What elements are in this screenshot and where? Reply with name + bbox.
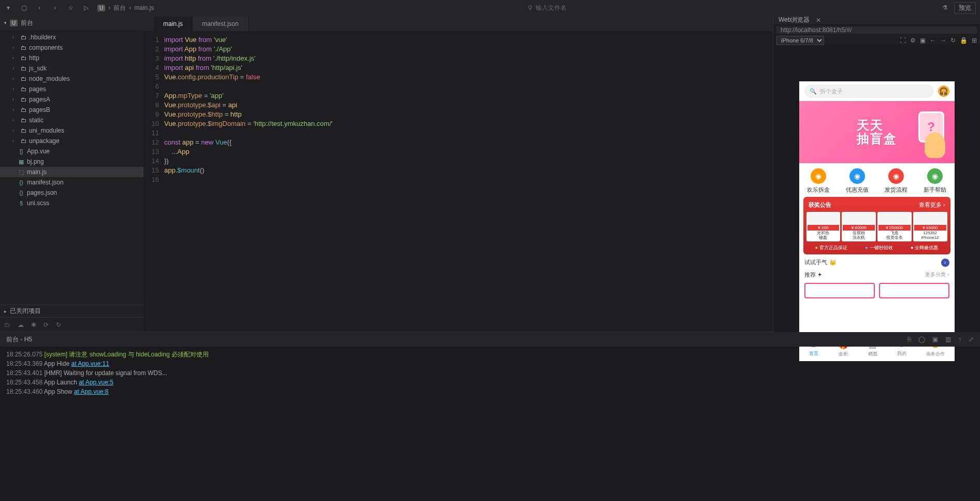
tree-folder[interactable]: ›🗀js_sdk <box>0 63 143 74</box>
console-split-icon[interactable]: ▥ <box>945 336 951 343</box>
grid-item[interactable]: ◉新手帮助 <box>924 168 946 194</box>
tree-folder[interactable]: ›🗀pagesA <box>0 94 143 105</box>
browser-url[interactable]: http://localhost:8081/h5/#/ <box>776 26 977 34</box>
browser-title-label: Web浏览器 <box>779 16 810 24</box>
console-header: 前台 - H5 ⎘ ◯ ▣ ▥ ↑ ⤢ <box>0 332 980 347</box>
tree-folder[interactable]: ›🗀components <box>0 42 143 53</box>
filter-icon[interactable]: ⚗ <box>941 4 949 12</box>
console-link[interactable]: at App.vue:8 <box>74 388 109 395</box>
preview-button[interactable]: 预览 <box>954 2 976 14</box>
lock-icon[interactable]: 🔒 <box>960 37 968 44</box>
more-categories[interactable]: 更多分类 › <box>925 271 949 278</box>
sync-icon[interactable]: ⟳ <box>44 321 49 328</box>
console-link[interactable]: at App.vue:5 <box>79 379 113 386</box>
search-placeholder: 输入文件名 <box>536 4 567 12</box>
forward-icon[interactable]: → <box>940 37 946 44</box>
device-select[interactable]: iPhone 6/7/8 <box>776 36 824 45</box>
closed-projects-label: 已关闭项目 <box>10 307 41 316</box>
phone-preview: 🔍拆个盒子 🎧 天天抽盲盒 ? ◉欢乐拆盒◉优惠充值◉发货流程◉新手帮助 获奖公… <box>799 81 955 361</box>
award-more[interactable]: 查看更多 › <box>919 201 945 209</box>
sidebar: ▾ U 前台 ›🗀.hbuilderx›🗀components›🗀http›🗀j… <box>0 16 143 332</box>
console-up-icon[interactable]: ↑ <box>958 336 961 343</box>
files-icon[interactable]: 🗀 <box>4 321 10 328</box>
browser-toolbar: iPhone 6/7/8 ⛶ ⚙ ▣ ← → ↻ 🔒 ⊞ <box>773 36 980 45</box>
tree-folder[interactable]: ›🗀node_modules <box>0 74 143 84</box>
console-link[interactable]: at App.vue:11 <box>71 360 109 367</box>
console-copy-icon[interactable]: ⎘ <box>907 336 911 343</box>
tree-file[interactable]: §uni.scss <box>0 198 143 208</box>
mascot-icon <box>925 132 945 158</box>
grid-item[interactable]: ◉发货流程 <box>885 168 907 194</box>
try-luck: 试试手气 👑 <box>804 259 837 266</box>
reload-icon[interactable]: ↻ <box>950 37 956 44</box>
close-icon[interactable]: ✕ <box>816 17 821 24</box>
phone-search[interactable]: 🔍拆个盒子 <box>804 84 934 98</box>
tree-folder[interactable]: ›🗀unpackage <box>0 136 143 146</box>
console-title: 前台 - H5 <box>6 335 32 344</box>
project-name: 前台 <box>21 19 33 27</box>
tree-folder[interactable]: ›🗀static <box>0 115 143 125</box>
favorite-icon[interactable]: ☆ <box>66 4 75 12</box>
search-icon: 🔍 <box>810 88 817 95</box>
tree-file[interactable]: {}pages.json <box>0 188 143 198</box>
topbar: ▾ ▢ ‹ › ☆ ▷ U › 前台 › main.js ⚲ 输入文件名 ⚗ 预… <box>0 0 980 16</box>
run-icon[interactable]: ▷ <box>82 4 90 12</box>
tree-file[interactable]: ⬚main.js <box>0 167 143 177</box>
tree-file[interactable]: {}manifest.json <box>0 177 143 188</box>
editor-tabs: main.jsmanifest.json <box>143 16 773 31</box>
tree-folder[interactable]: ›🗀uni_modules <box>0 125 143 136</box>
phone-banner[interactable]: 天天抽盲盒 ? <box>799 101 955 163</box>
closed-projects[interactable]: ▸ 已关闭项目 <box>0 305 143 317</box>
breadcrumb-file: main.js <box>134 4 154 11</box>
editor-tab[interactable]: manifest.json <box>193 17 249 31</box>
tree-folder[interactable]: ›🗀.hbuilderx <box>0 32 143 42</box>
search-icon: ⚲ <box>528 4 532 11</box>
project-badge: U <box>97 5 105 11</box>
tree-folder[interactable]: ›🗀pages <box>0 84 143 94</box>
award-card[interactable]: ¥ 80000谷脘粉洗衣机 <box>842 212 876 241</box>
back-icon[interactable]: ← <box>930 37 936 44</box>
award-panel: 获奖公告 查看更多 › ¥ 200光和热键盘¥ 80000谷脘粉洗衣机¥ 200… <box>803 197 950 254</box>
award-title: 获奖公告 <box>809 201 831 209</box>
console-stop-icon[interactable]: ◯ <box>918 336 925 343</box>
console-clear-icon[interactable]: ▣ <box>932 336 938 343</box>
grid-item[interactable]: ◉欢乐拆盒 <box>807 168 830 194</box>
grid-item[interactable]: ◉优惠充值 <box>846 168 869 194</box>
gear-icon[interactable]: ⚙ <box>910 37 916 44</box>
editor-tab[interactable]: main.js <box>154 17 193 31</box>
file-search[interactable]: ⚲ 输入文件名 <box>528 4 567 12</box>
sidebar-footer: 🗀 ☁ ✱ ⟳ ↻ <box>0 317 143 332</box>
new-file-icon[interactable]: ▢ <box>20 4 28 12</box>
screenshot-icon[interactable]: ⛶ <box>900 37 906 44</box>
product-card[interactable] <box>879 283 949 298</box>
console-output[interactable]: 18:25:26.075 [system] 请注意 showLoading 与 … <box>0 347 980 501</box>
nav-back-icon[interactable]: ‹ <box>35 4 44 12</box>
tree-folder[interactable]: ›🗀pagesB <box>0 105 143 115</box>
web-browser-pane: Web浏览器 ✕ http://localhost:8081/h5/#/ iPh… <box>773 16 980 332</box>
code-editor[interactable]: 12345678910111213141516 import Vue from … <box>143 31 773 332</box>
cloud-icon[interactable]: ☁ <box>18 321 24 328</box>
breadcrumb-folder: 前台 <box>113 4 126 12</box>
refresh-icon[interactable]: ↻ <box>56 321 61 328</box>
menu-icon[interactable]: ▾ <box>4 4 12 12</box>
tree-file[interactable]: ▦bj.png <box>0 156 143 167</box>
rotate-icon[interactable]: ▣ <box>920 37 926 44</box>
recommend-label: 推荐 ✦ <box>804 271 822 279</box>
award-card[interactable]: ¥ 200光和热键盘 <box>806 212 841 241</box>
editor-area: main.jsmanifest.json 1234567891011121314… <box>143 16 773 332</box>
file-tree: ›🗀.hbuilderx›🗀components›🗀http›🗀js_sdk›🗀… <box>0 30 143 305</box>
breadcrumb[interactable]: U › 前台 › main.js <box>97 4 154 12</box>
settings-icon[interactable]: ✱ <box>31 321 36 328</box>
tree-folder[interactable]: ›🗀http <box>0 53 143 63</box>
nav-fwd-icon[interactable]: › <box>51 4 59 12</box>
qr-icon[interactable]: ⊞ <box>972 37 977 44</box>
try-luck-button[interactable]: › <box>941 259 949 267</box>
product-card[interactable] <box>804 283 875 298</box>
award-card[interactable]: ¥ 15000125352iPhone12 <box>913 212 947 241</box>
tree-file[interactable]: []App.vue <box>0 146 143 156</box>
console-collapse-icon[interactable]: ⤢ <box>969 336 974 343</box>
customer-service-icon[interactable]: 🎧 <box>938 85 949 97</box>
browser-title: Web浏览器 ✕ <box>773 16 980 24</box>
project-header[interactable]: ▾ U 前台 <box>0 16 143 30</box>
award-card[interactable]: ¥ 200000飞鱼投资金条 <box>877 212 912 241</box>
